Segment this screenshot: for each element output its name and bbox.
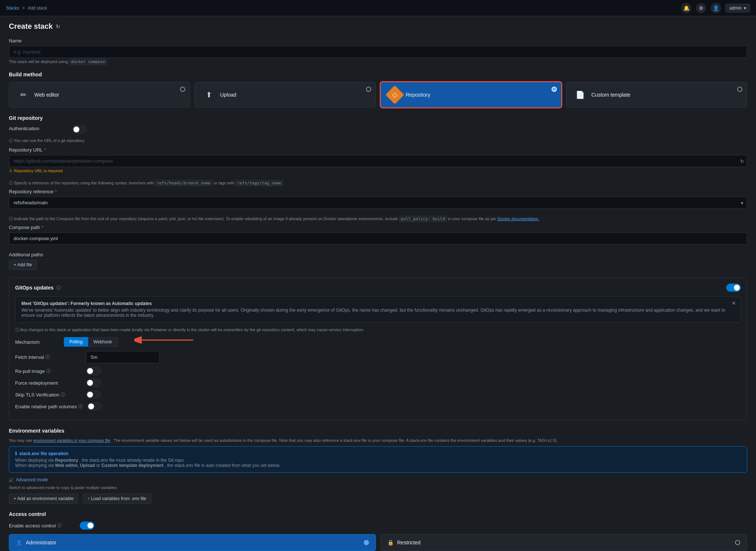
topnav-right: 🔔 ⚙ 👤 admin ▾ (681, 3, 750, 13)
relative-paths-toggle[interactable] (87, 402, 102, 410)
auth-toggle[interactable] (72, 125, 87, 134)
mechanism-label: Mechanism (15, 339, 59, 345)
page-title-area: Create stack ↻ (9, 22, 747, 31)
user-avatar[interactable]: 👤 (711, 3, 721, 13)
pull-policy-code: pull_policy: build (399, 216, 447, 222)
chevron-down-icon: ▾ (744, 6, 746, 11)
advanced-mode-row[interactable]: ✓ Advanced mode (9, 477, 747, 482)
repo-ref-select-wrap: refs/heads/main (9, 197, 747, 209)
repull-toggle[interactable] (86, 367, 101, 375)
access-control-toggle[interactable] (80, 521, 94, 530)
web-editor-label: Web editor (34, 92, 59, 98)
admin-label: admin (729, 6, 742, 11)
repo-url-wrap: ↻ (9, 155, 747, 167)
repull-info-icon: ⓘ (46, 368, 51, 374)
skip-tls-row: Skip TLS Verification ⓘ (15, 391, 741, 399)
advanced-mode-checkbox[interactable]: ✓ (9, 478, 14, 482)
access-control-section: Access control Enable access control ⓘ 👤… (9, 511, 747, 551)
restricted-card-radio (735, 540, 740, 545)
fetch-interval-input[interactable] (86, 351, 160, 363)
repo-ref-select[interactable]: refs/heads/main (9, 197, 747, 209)
settings-icon[interactable]: ⚙ (696, 3, 706, 13)
restricted-card[interactable]: 🔒 Restricted (380, 534, 748, 551)
ref-branches-code: refs/heads/branch_name (155, 180, 213, 186)
auth-hint: ⓘ You can use the URL of a git repositor… (9, 138, 747, 143)
banner-close-button[interactable]: ✕ (732, 300, 736, 306)
restricted-card-label: 🔒 Restricted (387, 540, 421, 545)
access-control-row: Enable access control ⓘ (9, 521, 747, 530)
notifications-icon[interactable]: 🔔 (681, 3, 691, 13)
page-title: Create stack (9, 22, 53, 31)
info-circle3-icon: ⓘ (9, 216, 13, 221)
gitops-header: GitOps updates ⓘ (15, 284, 741, 292)
access-control-cards: 👤 Administrator 🔒 Restricted (9, 534, 747, 551)
gitops-container: GitOps updates ⓘ ✕ Meet 'GitOps updates'… (9, 277, 747, 420)
build-method-title: Build method (9, 72, 747, 77)
gitops-toggle[interactable] (726, 284, 741, 292)
info-circle-icon: ⓘ (9, 138, 13, 143)
url-refresh-icon[interactable]: ↻ (740, 158, 744, 164)
gitops-title: GitOps updates (15, 285, 53, 291)
upload-label: Upload (220, 92, 236, 98)
relative-paths-info-icon: ⓘ (78, 403, 83, 410)
name-label: Name (9, 38, 747, 44)
compose-path-label: Compose path * (9, 225, 747, 230)
build-card-upload[interactable]: ⬆ Upload (194, 82, 376, 108)
name-section: Name This stack will be deployed using d… (9, 38, 747, 64)
stack-env-line2: When deploying via Web editor, Upload or… (15, 463, 741, 468)
repo-url-input[interactable] (9, 155, 747, 167)
gitops-warning: ⓘ Any changes to this stack or applicati… (15, 327, 741, 333)
ref-hint: ⓘ Specify a reference of the repository … (9, 180, 747, 186)
breadcrumb-current: Add stack (28, 6, 47, 11)
gitops-info-banner: ✕ Meet 'GitOps updates': Formerly known … (15, 296, 741, 323)
add-file-button[interactable]: + Add file (9, 260, 37, 270)
refresh-icon[interactable]: ↻ (56, 24, 60, 30)
load-env-button[interactable]: ↑ Load variables from .env file (83, 493, 151, 504)
compose-path-input[interactable] (9, 232, 747, 245)
build-card-repository[interactable]: ◇ Repository ✓ (380, 82, 562, 108)
auth-row: Authentication (9, 125, 747, 134)
name-input[interactable] (9, 46, 747, 58)
upload-icon: ⬆ (202, 88, 215, 101)
compose-path-hint: ⓘ Indicate the path to the Compose file … (9, 216, 747, 222)
gitops-box: GitOps updates ⓘ ✕ Meet 'GitOps updates'… (9, 277, 747, 420)
auth-label: Authentication (9, 126, 68, 131)
mechanism-row: Mechanism Polling Webhook (15, 337, 741, 347)
skip-tls-info-icon: ⓘ (61, 392, 65, 398)
compose-path-section: Compose path * (9, 225, 747, 245)
admin-card[interactable]: 👤 Administrator (9, 534, 376, 551)
force-redeploy-toggle[interactable] (86, 379, 101, 387)
info-circle2-icon: ⓘ (9, 181, 13, 185)
stack-env-banner: ℹ stack.env file operation When deployin… (9, 446, 747, 473)
access-control-title: Access control (9, 511, 747, 517)
admin-menu[interactable]: admin ▾ (725, 4, 750, 13)
additional-paths-label: Additional paths (9, 252, 747, 257)
repo-url-error: ⚠ Repository URL is required (9, 168, 747, 173)
polling-tab[interactable]: Polling (64, 337, 88, 347)
advanced-mode-hint: Switch to advanced mode to copy & paste … (9, 485, 747, 490)
admin-icon: 👤 (16, 540, 22, 545)
skip-tls-toggle[interactable] (86, 391, 101, 399)
admin-card-label: 👤 Administrator (16, 540, 56, 545)
custom-template-radio (737, 87, 742, 92)
repo-url-label: Repository URL * (9, 147, 747, 153)
webhook-tab[interactable]: Webhook (88, 337, 117, 347)
admin-card-radio (364, 540, 369, 545)
repository-label: Repository (406, 92, 431, 98)
breadcrumb-stacks[interactable]: Stacks (6, 6, 19, 11)
stack-env-line1: When deploying via Repository , the stac… (15, 458, 741, 463)
build-card-web-editor[interactable]: ✏ Web editor (9, 82, 190, 108)
env-compose-link[interactable]: environment variables in your compose fi… (33, 438, 110, 443)
advanced-mode-label: Advanced mode (16, 477, 48, 482)
breadcrumb-sep: > (22, 6, 25, 11)
docker-docs-link[interactable]: Docker documentation. (497, 216, 539, 221)
fetch-interval-label: Fetch interval (15, 354, 44, 360)
repo-url-section: Repository URL * ↻ ⚠ Repository URL is r… (9, 147, 747, 173)
git-repository-section: Git repository Authentication ⓘ You can … (9, 115, 747, 270)
topnav: Stacks > Add stack 🔔 ⚙ 👤 admin ▾ (0, 0, 756, 16)
deploy-hint: This stack will be deployed using docker… (9, 59, 747, 64)
add-env-button[interactable]: + Add an environment variable (9, 493, 78, 504)
relative-paths-label: Enable relative path volumes (15, 404, 77, 409)
web-editor-radio (180, 87, 185, 92)
build-card-custom-template[interactable]: 📄 Custom template (566, 82, 747, 108)
